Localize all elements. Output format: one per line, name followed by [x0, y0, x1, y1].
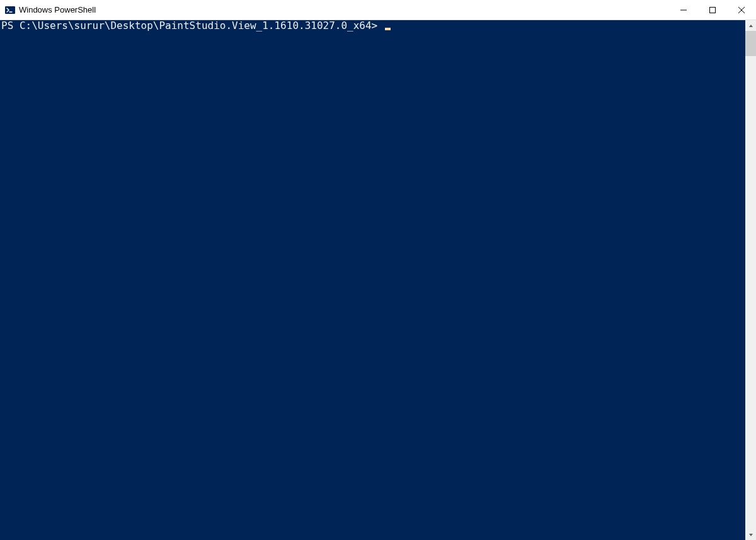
- maximize-button[interactable]: [698, 0, 727, 20]
- scroll-down-button[interactable]: [745, 529, 756, 540]
- window-title: Windows PowerShell: [19, 5, 669, 14]
- cursor-icon: [385, 28, 391, 30]
- terminal-viewport[interactable]: PS C:\Users\surur\Desktop\PaintStudio.Vi…: [0, 20, 745, 540]
- svg-rect-3: [710, 7, 716, 13]
- prompt-text: PS C:\Users\surur\Desktop\PaintStudio.Vi…: [1, 20, 384, 32]
- powershell-icon: [5, 5, 15, 15]
- scroll-track[interactable]: [745, 31, 756, 529]
- vertical-scrollbar[interactable]: [745, 20, 756, 540]
- scroll-thumb[interactable]: [745, 31, 756, 56]
- scroll-up-button[interactable]: [745, 20, 756, 31]
- svg-rect-0: [5, 6, 15, 14]
- window-controls: [669, 0, 756, 20]
- titlebar[interactable]: Windows PowerShell: [0, 0, 756, 20]
- close-button[interactable]: [727, 0, 756, 20]
- minimize-button[interactable]: [669, 0, 698, 20]
- client-area: PS C:\Users\surur\Desktop\PaintStudio.Vi…: [0, 20, 756, 540]
